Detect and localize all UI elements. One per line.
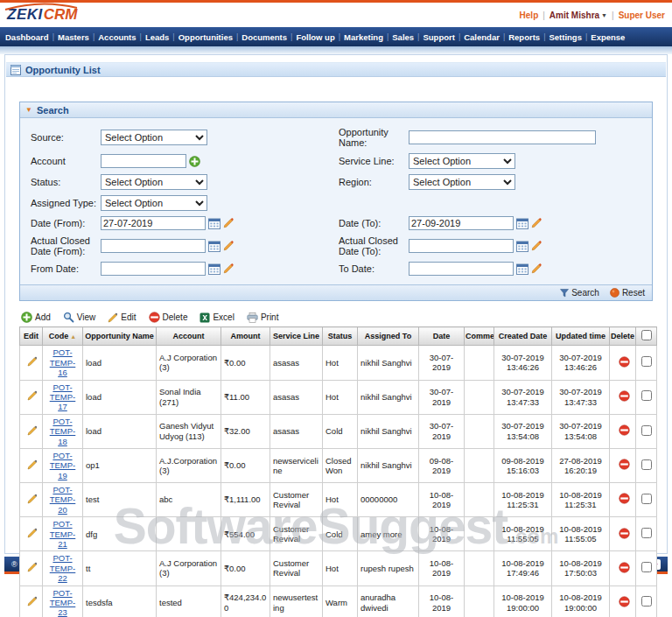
- to-date-calendar-icon[interactable]: [516, 263, 528, 275]
- nav-item-marketing[interactable]: Marketing: [340, 32, 387, 42]
- nav-item-settings[interactable]: Settings: [545, 32, 584, 42]
- col-comment[interactable]: Comment: [465, 327, 494, 346]
- excel-button[interactable]: Excel: [200, 312, 234, 323]
- actual-closed-from-calendar-icon[interactable]: [208, 241, 220, 252]
- actual-closed-to-input[interactable]: [409, 239, 514, 253]
- row-checkbox[interactable]: [641, 596, 652, 606]
- date-to-input[interactable]: [409, 216, 514, 230]
- nav-item-masters[interactable]: Masters: [54, 32, 93, 42]
- opportunity-code-link[interactable]: POT-TEMP-18: [50, 417, 76, 446]
- account-input[interactable]: [101, 154, 186, 168]
- row-checkbox[interactable]: [641, 390, 652, 401]
- app-logo[interactable]: ZEKI CRM: [7, 6, 77, 24]
- actual-closed-to-clear-icon[interactable]: [531, 241, 542, 251]
- nav-fade-strip: [0, 46, 672, 54]
- row-checkbox[interactable]: [641, 356, 652, 367]
- nav-item-support[interactable]: Support: [419, 32, 458, 42]
- col-delete: Delete: [610, 327, 636, 346]
- delete-row-icon[interactable]: [619, 562, 630, 573]
- row-checkbox[interactable]: [641, 459, 652, 470]
- nav-item-reports[interactable]: Reports: [505, 32, 543, 42]
- opportunity-code-link[interactable]: POT-TEMP-22: [50, 553, 76, 583]
- status-select[interactable]: Select Option: [101, 174, 207, 190]
- date-from-clear-icon[interactable]: [223, 218, 234, 228]
- opportunity-code-link[interactable]: POT-TEMP-21: [50, 519, 76, 549]
- col-created-date[interactable]: Created Date: [494, 327, 552, 346]
- col-account[interactable]: Account: [157, 327, 221, 346]
- add-button[interactable]: Add: [21, 312, 51, 323]
- help-link[interactable]: Help: [520, 11, 539, 20]
- opportunity-code-link[interactable]: POT-TEMP-20: [50, 485, 76, 515]
- delete-row-icon[interactable]: [619, 596, 630, 607]
- row-checkbox[interactable]: [641, 562, 652, 572]
- opportunity-code-link[interactable]: POT-TEMP-23: [50, 588, 76, 617]
- nav-item-accounts[interactable]: Accounts: [94, 32, 139, 42]
- nav-item-follow-up[interactable]: Follow up: [292, 32, 338, 42]
- col-assigned-to[interactable]: Assigned To: [358, 327, 419, 346]
- delete-row-icon[interactable]: [619, 459, 630, 470]
- row-checkbox[interactable]: [641, 425, 652, 436]
- source-select[interactable]: Select Option: [101, 130, 207, 145]
- view-button[interactable]: View: [63, 312, 96, 323]
- edit-row-icon[interactable]: [27, 390, 38, 401]
- nav-item-sales[interactable]: Sales: [388, 32, 417, 42]
- actual-closed-to-calendar-icon[interactable]: [516, 241, 528, 252]
- col-opportunity-name[interactable]: Opportunity Name: [83, 327, 157, 346]
- search-panel-header[interactable]: ▼ Search: [20, 102, 652, 118]
- actual-closed-from-input[interactable]: [101, 239, 206, 253]
- delete-button[interactable]: Delete: [149, 312, 188, 323]
- nav-item-expense[interactable]: Expense: [587, 32, 628, 42]
- nav-item-opportunities[interactable]: Opportunities: [175, 32, 236, 42]
- opportunity-code-link[interactable]: POT-TEMP-19: [50, 451, 76, 480]
- from-date-input[interactable]: [101, 262, 206, 276]
- date-to-clear-icon[interactable]: [531, 218, 542, 228]
- nav-item-leads[interactable]: Leads: [142, 32, 172, 42]
- add-account-icon[interactable]: [189, 156, 200, 167]
- to-date-input[interactable]: [409, 262, 514, 276]
- opportunity-code-link[interactable]: POT-TEMP-16: [50, 347, 76, 377]
- row-checkbox[interactable]: [641, 494, 652, 504]
- edit-button[interactable]: Edit: [108, 312, 136, 323]
- user-menu[interactable]: Amit Mishra ▼: [550, 11, 607, 20]
- service-line-select[interactable]: Select Option: [409, 153, 515, 169]
- delete-row-icon[interactable]: [619, 528, 630, 539]
- from-date-clear-icon[interactable]: [223, 263, 234, 274]
- date-to-calendar-icon[interactable]: [516, 218, 528, 229]
- print-button[interactable]: Print: [247, 312, 279, 323]
- col-status[interactable]: Status: [323, 327, 358, 346]
- nav-item-dashboard[interactable]: Dashboard: [2, 32, 52, 42]
- edit-row-icon[interactable]: [27, 528, 38, 538]
- reset-button[interactable]: Reset: [610, 288, 645, 298]
- date-from-input[interactable]: [101, 216, 206, 230]
- edit-row-icon[interactable]: [27, 459, 38, 470]
- actual-closed-from-clear-icon[interactable]: [223, 241, 234, 251]
- nav-item-calendar[interactable]: Calendar: [460, 32, 503, 42]
- delete-row-icon[interactable]: [619, 493, 630, 504]
- edit-row-icon[interactable]: [27, 596, 38, 606]
- from-date-calendar-icon[interactable]: [208, 263, 220, 275]
- sort-asc-icon: ▲: [70, 333, 76, 340]
- date-from-calendar-icon[interactable]: [208, 218, 220, 229]
- edit-row-icon[interactable]: [27, 356, 38, 367]
- edit-row-icon[interactable]: [27, 494, 38, 504]
- delete-row-icon[interactable]: [619, 390, 630, 402]
- nav-item-documents[interactable]: Documents: [238, 32, 290, 42]
- search-button[interactable]: Search: [560, 288, 599, 298]
- col-updated-time[interactable]: Updated time: [552, 327, 610, 346]
- assigned-type-select[interactable]: Select Option: [101, 195, 207, 211]
- select-all-checkbox[interactable]: [641, 330, 652, 340]
- col-date[interactable]: Date: [419, 327, 465, 346]
- edit-row-icon[interactable]: [27, 425, 38, 436]
- row-checkbox[interactable]: [641, 528, 652, 538]
- col-code[interactable]: Code▲: [43, 327, 83, 346]
- col-service-line[interactable]: Service Line: [270, 327, 323, 346]
- comment-cell: [465, 448, 494, 482]
- delete-row-icon[interactable]: [619, 356, 630, 368]
- region-select[interactable]: Select Option: [409, 174, 515, 190]
- delete-row-icon[interactable]: [619, 424, 630, 436]
- col-amount[interactable]: Amount: [221, 327, 270, 346]
- opportunity-code-link[interactable]: POT-TEMP-17: [50, 382, 76, 412]
- to-date-clear-icon[interactable]: [531, 263, 542, 274]
- edit-row-icon[interactable]: [27, 562, 38, 572]
- opportunity-name-input[interactable]: [409, 130, 596, 144]
